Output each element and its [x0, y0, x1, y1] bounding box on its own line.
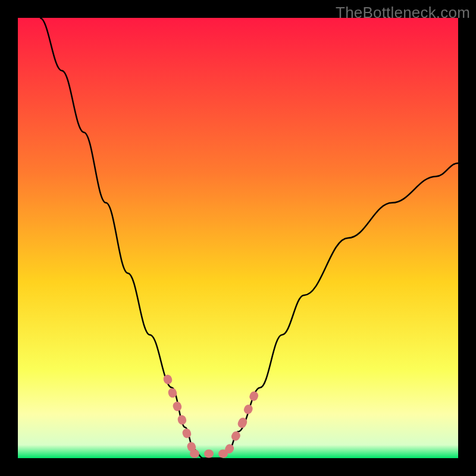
gradient-rect	[18, 18, 458, 458]
plot-area	[18, 18, 458, 458]
watermark-text: TheBottleneck.com	[336, 4, 470, 22]
chart-svg	[18, 18, 458, 458]
chart-frame: TheBottleneck.com	[0, 0, 476, 476]
